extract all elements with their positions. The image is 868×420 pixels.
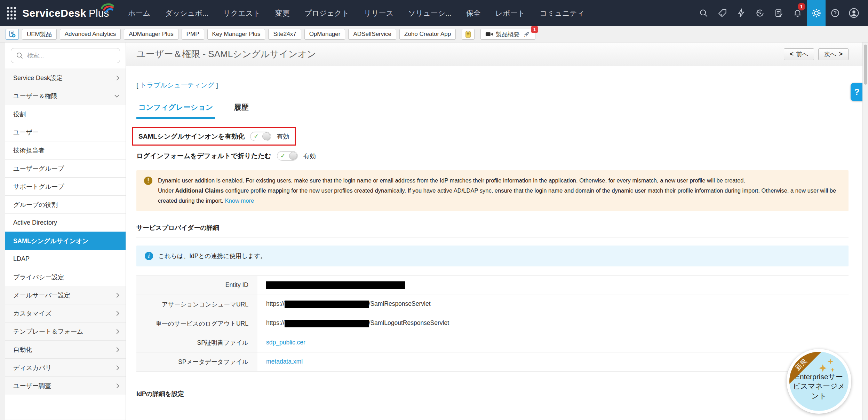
product-tab-zoho-creator-app[interactable]: Zoho Creator App bbox=[399, 29, 456, 40]
next-button[interactable]: 次へ > bbox=[818, 48, 849, 60]
nav-item-projects[interactable]: プロジェクト bbox=[297, 0, 357, 26]
login-form-collapse-toggle[interactable]: ✓ bbox=[277, 151, 298, 161]
product-overview-button[interactable]: 製品概要 1 bbox=[480, 29, 535, 40]
annotation-highlight-box: SAMLシングルサインオンを有効化 ✓ 有効 bbox=[132, 127, 296, 146]
logo-swoosh-icon bbox=[100, 2, 114, 14]
know-more-link[interactable]: Know more bbox=[225, 197, 254, 204]
info-icon: i bbox=[145, 252, 153, 260]
nav-item-dashboard[interactable]: ダッシュボ... bbox=[158, 0, 216, 26]
sidebar-item-saml-sso[interactable]: SAMLシングルサインオン bbox=[5, 232, 126, 250]
tab-configuration[interactable]: コンフィグレーション bbox=[136, 102, 215, 119]
product-integration-bar: UEM製品 Advanced Analytics ADManager Plus … bbox=[0, 26, 868, 42]
assertion-consumer-url-label: アサーションコンシューマURL bbox=[136, 295, 257, 314]
nav-item-solutions[interactable]: ソリューシ... bbox=[401, 0, 459, 26]
url-prefix: https:// bbox=[266, 300, 285, 307]
troubleshooting-link[interactable]: トラブルシューティング bbox=[140, 81, 214, 89]
nav-item-maintenance[interactable]: 保全 bbox=[459, 0, 488, 26]
sidebar-search bbox=[11, 48, 120, 63]
sidebar-item-user-survey[interactable]: ユーザー調査 bbox=[5, 376, 126, 395]
sidebar-item-users[interactable]: ユーザー bbox=[5, 123, 126, 141]
sidebar-item-ldap[interactable]: LDAP bbox=[5, 250, 126, 268]
nav-item-home[interactable]: ホーム bbox=[121, 0, 158, 26]
sidebar-item-service-desk-settings[interactable]: Service Desk設定 bbox=[5, 69, 126, 87]
enterprise-service-management-badge[interactable]: 新規 Enterpriseサービスマネージメント bbox=[787, 349, 851, 414]
sidebar-item-mail-server-settings[interactable]: メールサーバー設定 bbox=[5, 286, 126, 304]
task-list-icon[interactable] bbox=[769, 0, 788, 26]
sidebar-item-users-permissions[interactable]: ユーザー＆権限 bbox=[5, 87, 126, 105]
config-tabs: コンフィグレーション 履歴 bbox=[136, 102, 849, 119]
service-provider-table: Entity ID アサーションコンシューマURL https:///SamlR… bbox=[136, 275, 849, 372]
settings-gear-icon[interactable] bbox=[807, 0, 826, 26]
notifications-bell-icon[interactable]: 1 bbox=[788, 0, 807, 26]
quick-add-ticket-icon[interactable] bbox=[713, 0, 732, 26]
sp-certificate-link[interactable]: sdp_public.cer bbox=[266, 339, 305, 346]
help-icon[interactable] bbox=[826, 0, 844, 26]
clipboard-icon[interactable] bbox=[462, 29, 475, 40]
nav-item-community[interactable]: コミュニティ bbox=[532, 0, 592, 26]
saml-enable-toggle[interactable]: ✓ bbox=[250, 132, 271, 141]
help-flap-button[interactable]: ? bbox=[851, 83, 863, 101]
additional-claims-bold: Additional Claims bbox=[175, 187, 224, 194]
sidebar-item-discovery[interactable]: ディスカバリ bbox=[5, 358, 126, 376]
rocket-icon bbox=[523, 30, 531, 38]
product-tab-opmanager[interactable]: OpManager bbox=[304, 29, 345, 40]
nav-item-requests[interactable]: リクエスト bbox=[216, 0, 268, 26]
chevron-down-icon bbox=[114, 93, 119, 98]
chevron-right-icon bbox=[114, 383, 119, 388]
sidebar-item-support-groups[interactable]: サポートグループ bbox=[5, 177, 126, 195]
saml-enable-status: 有効 bbox=[277, 132, 289, 141]
product-tab-key-manager-plus[interactable]: Key Manager Plus bbox=[207, 29, 265, 40]
table-row: 単一のサービスのログアウトURL https:///SamlLogoutResp… bbox=[136, 314, 849, 333]
product-tab-site24x7[interactable]: Site24x7 bbox=[268, 29, 301, 40]
search-icon bbox=[16, 52, 24, 61]
add-integration-icon[interactable] bbox=[6, 29, 19, 40]
sidebar-item-group-roles[interactable]: グループの役割 bbox=[5, 195, 126, 213]
nav-item-reports[interactable]: レポート bbox=[488, 0, 532, 26]
tab-history[interactable]: 履歴 bbox=[232, 102, 250, 119]
content-area: [ トラブルシューティング ] コンフィグレーション 履歴 SAMLシングルサイ… bbox=[126, 81, 862, 398]
app-launcher-icon[interactable] bbox=[7, 7, 16, 20]
sidebar-item-automation[interactable]: 自動化 bbox=[5, 340, 126, 358]
warning-line1: Dynamic user addition is enabled. For ex… bbox=[158, 177, 745, 184]
idp-info-note: i これらは、IdPとの連携に使用します。 bbox=[136, 246, 849, 266]
vertical-scrollbar[interactable] bbox=[862, 42, 868, 420]
sidebar-item-active-directory[interactable]: Active Directory bbox=[5, 213, 126, 232]
sidebar-item-roles[interactable]: 役割 bbox=[5, 105, 126, 123]
dynamic-user-warning: ! Dynamic user addition is enabled. For … bbox=[136, 170, 849, 211]
sp-metadata-link[interactable]: metadata.xml bbox=[266, 358, 303, 365]
page-title: ユーザー＆権限 - SAMLシングルサインオン bbox=[136, 48, 316, 60]
sidebar-item-privacy-settings[interactable]: プライバシー設定 bbox=[5, 268, 126, 286]
user-avatar[interactable] bbox=[844, 0, 863, 26]
product-tab-uem[interactable]: UEM製品 bbox=[22, 29, 57, 40]
redacted-host bbox=[285, 320, 369, 327]
history-icon[interactable] bbox=[750, 0, 769, 26]
notification-badge: 1 bbox=[798, 3, 805, 10]
idp-details-heading: IdPの詳細を設定 bbox=[136, 390, 849, 398]
prev-button[interactable]: < 前へ bbox=[784, 48, 814, 60]
product-tab-admanager-plus[interactable]: ADManager Plus bbox=[124, 29, 178, 40]
product-tab-advanced-analytics[interactable]: Advanced Analytics bbox=[60, 29, 121, 40]
sidebar-item-templates-forms[interactable]: テンプレート＆フォーム bbox=[5, 322, 126, 340]
sidebar-item-user-groups[interactable]: ユーザーグループ bbox=[5, 159, 126, 177]
prev-angle: < bbox=[790, 50, 794, 58]
section-divider bbox=[136, 238, 849, 238]
scrollbar-thumb[interactable] bbox=[864, 45, 867, 85]
servicedesk-plus-logo[interactable]: ServiceDesk Plus bbox=[22, 7, 109, 19]
login-form-collapse-status: 有効 bbox=[303, 152, 316, 160]
search-icon[interactable] bbox=[694, 0, 713, 26]
table-row: SPメータデータファイル metadata.xml bbox=[136, 352, 849, 371]
url-prefix: https:// bbox=[266, 319, 285, 326]
quick-actions-bolt-icon[interactable] bbox=[732, 0, 750, 26]
page: ServiceDesk Plus ホーム ダッシュボ... リクエスト 変更 プ… bbox=[0, 0, 868, 420]
product-tab-pmp[interactable]: PMP bbox=[182, 29, 204, 40]
sidebar-item-customize[interactable]: カスタマイズ bbox=[5, 304, 126, 322]
sidebar-item-technicians[interactable]: 技術担当者 bbox=[5, 141, 126, 159]
product-tab-adselfservice[interactable]: ADSelfService bbox=[348, 29, 396, 40]
nav-item-releases[interactable]: リリース bbox=[357, 0, 401, 26]
nav-item-changes[interactable]: 変更 bbox=[268, 0, 297, 26]
logo-text-bold: ServiceDesk bbox=[22, 7, 86, 19]
check-icon: ✓ bbox=[254, 133, 258, 139]
chevron-right-icon bbox=[114, 311, 119, 316]
search-input[interactable] bbox=[11, 48, 120, 63]
video-camera-icon bbox=[485, 31, 493, 37]
